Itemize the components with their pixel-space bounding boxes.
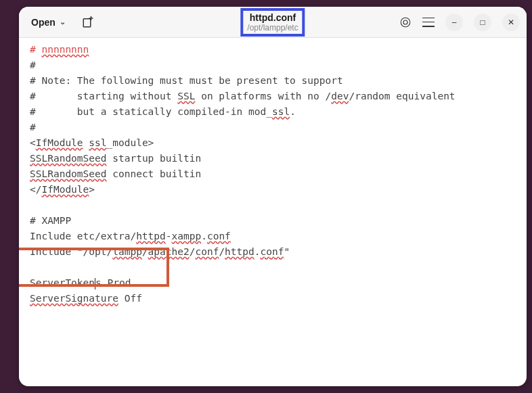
title-area: httpd.conf /opt/lampp/etc [240, 11, 305, 34]
code-line: # [30, 60, 36, 70]
settings-circle-icon[interactable] [399, 16, 412, 28]
svg-point-3 [401, 18, 410, 27]
editor-window: Open ⌄ httpd.conf /opt/lampp/etc – □ ✕ [19, 7, 527, 386]
code-line: Include etc/extra/httpd-xampp.conf [30, 231, 231, 241]
close-button[interactable]: ✕ [502, 14, 520, 31]
code-line: ServerSignature Off [30, 293, 142, 304]
open-button[interactable]: Open ⌄ [26, 13, 71, 32]
code-line: Include "/opt/lampp/apache2/conf/httpd.c… [30, 246, 290, 257]
truncated-line: # nnnnnnnn [30, 44, 89, 55]
svg-rect-0 [83, 18, 91, 26]
code-line: # XAMPP [30, 215, 71, 226]
code-line: # starting without SSL on platforms with… [30, 91, 456, 101]
code-line: # but a statically compiled-in mod_ssl. [30, 106, 296, 117]
text-editor[interactable]: # nnnnnnnn # # Note: The following must … [19, 38, 527, 386]
chevron-down-icon: ⌄ [60, 18, 66, 26]
hamburger-menu-icon[interactable] [422, 18, 435, 27]
code-line: SSLRandomSeed connect builtin [30, 168, 201, 179]
svg-point-4 [403, 20, 407, 24]
code-line: # Note: The following must must be prese… [30, 75, 343, 86]
new-tab-icon[interactable] [82, 16, 94, 28]
file-name: httpd.conf [247, 12, 298, 23]
code-line: # [30, 122, 36, 133]
maximize-button[interactable]: □ [474, 14, 491, 31]
code-line: SSLRandomSeed startup builtin [30, 153, 201, 164]
code-line: ServerTokens Prod [30, 277, 131, 288]
open-label: Open [31, 17, 56, 28]
code-line: <IfModule ssl_module> [30, 137, 154, 148]
header-right: – □ ✕ [399, 14, 520, 31]
file-path: /opt/lampp/etc [247, 23, 298, 32]
header-bar: Open ⌄ httpd.conf /opt/lampp/etc – □ ✕ [19, 7, 527, 38]
minimize-button[interactable]: – [445, 14, 463, 31]
code-line: </IfModule> [30, 184, 95, 195]
